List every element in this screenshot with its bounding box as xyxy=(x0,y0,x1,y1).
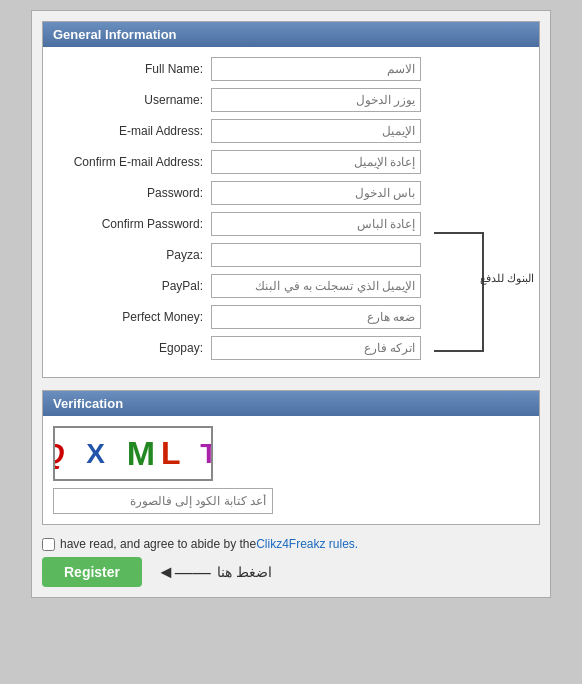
verification-section-header: Verification xyxy=(43,391,539,416)
payment-bracket xyxy=(434,232,484,352)
confirm-password-label: Confirm Password: xyxy=(51,217,211,231)
general-section-title: General Information xyxy=(53,27,177,42)
agree-link[interactable]: Clikz4Freakz rules. xyxy=(256,537,358,551)
captcha-letter-t: T xyxy=(200,438,213,470)
email-row: E-mail Address: xyxy=(51,119,531,143)
general-section-header: General Information xyxy=(43,22,539,47)
confirm-email-label: Confirm E-mail Address: xyxy=(51,155,211,169)
confirm-password-input[interactable] xyxy=(211,212,421,236)
bottom-row: Register ◄—— اضغط هنا xyxy=(42,557,540,587)
paypal-input[interactable] xyxy=(211,274,421,298)
verification-section-title: Verification xyxy=(53,396,123,411)
payment-section-label: البنوك للدفع xyxy=(480,272,534,285)
arrow-left-icon: ◄—— xyxy=(157,562,211,583)
payza-label: Payza: xyxy=(51,248,211,262)
captcha-letter-x: X xyxy=(72,438,124,470)
arrow-area: ◄—— اضغط هنا xyxy=(157,562,272,583)
main-container: General Information Full Name: Username:… xyxy=(31,10,551,598)
agree-row: have read, and agree to abide by the Cli… xyxy=(42,537,540,551)
egopay-input[interactable] xyxy=(211,336,421,360)
email-input[interactable] xyxy=(211,119,421,143)
general-information-section: General Information Full Name: Username:… xyxy=(42,21,540,378)
verification-section-body: Q X M L T xyxy=(43,416,539,524)
arrow-text: اضغط هنا xyxy=(217,564,272,580)
confirm-email-input[interactable] xyxy=(211,150,421,174)
payza-input[interactable] xyxy=(211,243,421,267)
captcha-input[interactable] xyxy=(53,488,273,514)
egopay-label: Egopay: xyxy=(51,341,211,355)
password-row: Password: xyxy=(51,181,531,205)
general-section-body: Full Name: Username: E-mail Address: Con… xyxy=(43,47,539,377)
password-label: Password: xyxy=(51,186,211,200)
email-label: E-mail Address: xyxy=(51,124,211,138)
paypal-label: PayPal: xyxy=(51,279,211,293)
username-input[interactable] xyxy=(211,88,421,112)
username-label: Username: xyxy=(51,93,211,107)
captcha-letter-q: Q xyxy=(53,438,70,470)
agree-checkbox[interactable] xyxy=(42,538,55,551)
perfect-money-label: Perfect Money: xyxy=(51,310,211,324)
username-row: Username: xyxy=(51,88,531,112)
confirm-email-row: Confirm E-mail Address: xyxy=(51,150,531,174)
full-name-input[interactable] xyxy=(211,57,421,81)
verification-section: Verification Q X M L T xyxy=(42,390,540,525)
agree-text: have read, and agree to abide by the xyxy=(60,537,256,551)
captcha-letter-m: M xyxy=(127,434,161,473)
captcha-letter-l: L xyxy=(161,435,187,472)
full-name-row: Full Name: xyxy=(51,57,531,81)
perfect-money-input[interactable] xyxy=(211,305,421,329)
register-button[interactable]: Register xyxy=(42,557,142,587)
full-name-label: Full Name: xyxy=(51,62,211,76)
captcha-image: Q X M L T xyxy=(53,426,213,481)
password-input[interactable] xyxy=(211,181,421,205)
